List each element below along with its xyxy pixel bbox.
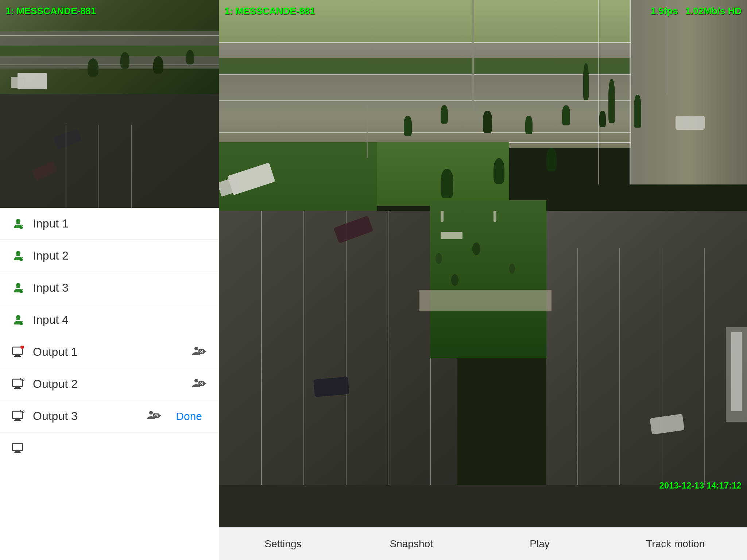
- svg-rect-13: [16, 319, 20, 320]
- svg-point-19: [20, 346, 24, 349]
- input-4-item[interactable]: Input 4: [0, 304, 219, 336]
- svg-point-15: [20, 322, 22, 324]
- output-2-label: Output 2: [33, 377, 78, 391]
- output-1-extra: [190, 346, 208, 359]
- output-1-item[interactable]: Output 1: [0, 336, 219, 368]
- camera-timestamp: 2013-12-13 14:17:12: [659, 481, 742, 491]
- svg-point-7: [20, 258, 22, 260]
- output-2-item[interactable]: Output 2: [0, 368, 219, 400]
- input-4-label: Input 4: [33, 313, 69, 327]
- svg-rect-17: [15, 354, 20, 356]
- svg-rect-5: [16, 254, 20, 256]
- camera-feed-left: 1: MESSCANDE-881: [0, 0, 219, 208]
- camera-fps: 1.5fps: [650, 5, 678, 17]
- camera-stats: 1.5fps 1.02Mb/s HD: [650, 5, 742, 17]
- input-3-label: Input 3: [33, 281, 69, 295]
- io-list: Input 1 Input 2: [0, 208, 219, 560]
- input-2-icon: [11, 249, 26, 263]
- output-4-icon: [11, 441, 26, 456]
- svg-rect-44: [15, 451, 20, 452]
- input-3-icon: [11, 281, 26, 295]
- bottom-toolbar: Settings Snapshot Play Track motion: [219, 527, 747, 560]
- output-3-icon: [11, 409, 26, 424]
- output-3-item[interactable]: Output 3 Done: [0, 400, 219, 432]
- output-3-label: Output 3: [33, 409, 78, 423]
- settings-button[interactable]: Settings: [250, 534, 316, 553]
- camera-title-right: 1: MESSCANDE-881: [224, 5, 315, 17]
- camera-bitrate-quality: 1.02Mb/s HD: [685, 5, 742, 17]
- svg-rect-27: [14, 388, 21, 389]
- input-2-item[interactable]: Input 2: [0, 240, 219, 272]
- svg-rect-36: [14, 420, 21, 421]
- svg-marker-42: [159, 414, 161, 417]
- svg-point-3: [20, 226, 22, 228]
- snapshot-button[interactable]: Snapshot: [379, 534, 444, 553]
- svg-rect-1: [16, 222, 20, 224]
- svg-marker-24: [204, 350, 206, 353]
- svg-rect-45: [14, 452, 21, 453]
- svg-point-20: [194, 347, 198, 350]
- svg-point-38: [149, 411, 153, 415]
- input-1-item[interactable]: Input 1: [0, 208, 219, 240]
- svg-point-41: [156, 415, 157, 416]
- svg-rect-18: [14, 356, 21, 357]
- output-1-label: Output 1: [33, 345, 78, 359]
- output-4-item[interactable]: [0, 432, 219, 464]
- svg-point-32: [201, 383, 202, 384]
- svg-rect-26: [15, 386, 20, 388]
- output-1-icon: [11, 345, 26, 359]
- done-button[interactable]: Done: [170, 407, 208, 425]
- input-4-icon: [11, 313, 26, 327]
- svg-point-29: [194, 379, 198, 382]
- svg-marker-33: [204, 382, 206, 385]
- track-motion-button[interactable]: Track motion: [635, 534, 716, 553]
- svg-rect-35: [15, 419, 20, 420]
- svg-point-11: [20, 290, 22, 292]
- camera-title-left: 1: MESSCANDE-881: [5, 5, 96, 17]
- svg-rect-9: [16, 287, 20, 288]
- output-3-extra: Done: [144, 407, 208, 425]
- svg-rect-43: [12, 443, 23, 451]
- input-1-icon: [11, 217, 26, 231]
- svg-point-23: [201, 351, 202, 352]
- input-3-item[interactable]: Input 3: [0, 272, 219, 304]
- output-2-extra: [190, 378, 208, 391]
- input-1-label: Input 1: [33, 217, 69, 230]
- output-2-icon: [11, 377, 26, 392]
- input-2-label: Input 2: [33, 249, 69, 262]
- camera-main: 1: MESSCANDE-881 1.5fps 1.02Mb/s HD 2013…: [219, 0, 747, 527]
- play-button[interactable]: Play: [507, 534, 572, 553]
